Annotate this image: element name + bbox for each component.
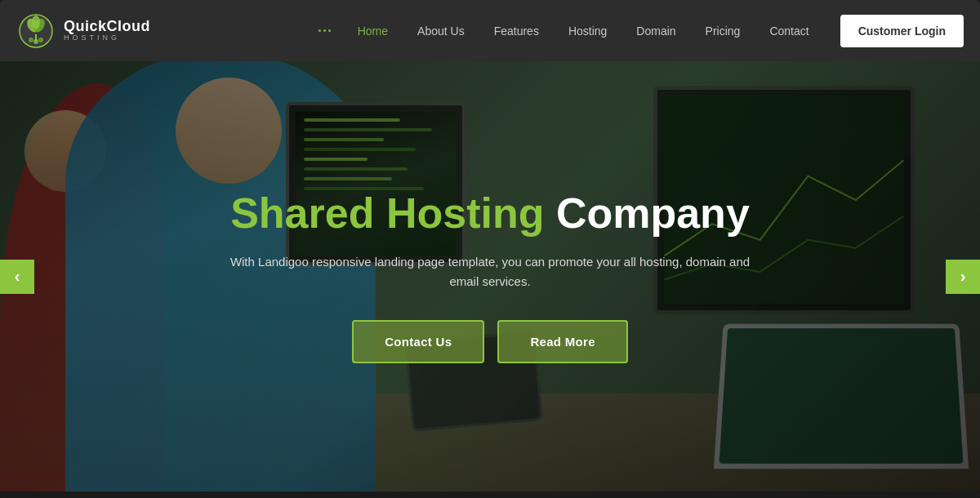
hero-title-normal: Company (544, 189, 749, 237)
nav-item-domain[interactable]: Domain (621, 18, 690, 44)
contact-us-button[interactable]: Contact Us (352, 320, 484, 363)
nav-item-features[interactable]: Features (479, 18, 554, 44)
carousel-prev-button[interactable]: ‹ (0, 260, 34, 294)
svg-point-5 (29, 38, 33, 42)
navbar: QuickCloud HOSTING Home About Us Feature… (0, 0, 980, 61)
app-frame: QuickCloud HOSTING Home About Us Feature… (0, 0, 980, 498)
hero-buttons: Contact Us Read More (220, 320, 760, 363)
nav-item-about[interactable]: About Us (403, 18, 479, 44)
nav-item-contact[interactable]: Contact (755, 18, 823, 44)
logo-area[interactable]: QuickCloud HOSTING (16, 11, 150, 51)
brand-name: QuickCloud (64, 19, 150, 35)
hero-title-highlight: Shared Hosting (230, 189, 544, 237)
nav-item-pricing[interactable]: Pricing (691, 18, 755, 44)
dot-1 (318, 29, 321, 32)
hero-section: ‹ Shared Hosting Company With Landigoo r… (0, 61, 980, 491)
logo-text: QuickCloud HOSTING (64, 19, 150, 43)
svg-point-6 (33, 39, 38, 44)
svg-point-7 (38, 38, 43, 42)
nav-dots (318, 29, 331, 32)
bottom-bar (0, 491, 980, 498)
nav-item-hosting[interactable]: Hosting (554, 18, 621, 44)
logo-icon (16, 11, 56, 51)
chevron-left-icon: ‹ (15, 267, 20, 286)
hero-content: Shared Hosting Company With Landigoo res… (204, 173, 776, 380)
nav-links: Home About Us Features Hosting Domain Pr… (318, 18, 824, 44)
hero-subtitle: With Landigoo responsive landing page te… (220, 252, 760, 291)
chevron-right-icon: › (960, 267, 966, 286)
brand-subtitle: HOSTING (64, 34, 150, 42)
dot-3 (328, 29, 331, 32)
read-more-button[interactable]: Read More (497, 320, 627, 363)
carousel-next-button[interactable]: › (946, 260, 980, 294)
svg-point-3 (32, 16, 40, 29)
dot-2 (323, 29, 326, 32)
customer-login-button[interactable]: Customer Login (840, 15, 964, 47)
nav-item-home[interactable]: Home (343, 18, 403, 44)
hero-title: Shared Hosting Company (220, 189, 760, 238)
